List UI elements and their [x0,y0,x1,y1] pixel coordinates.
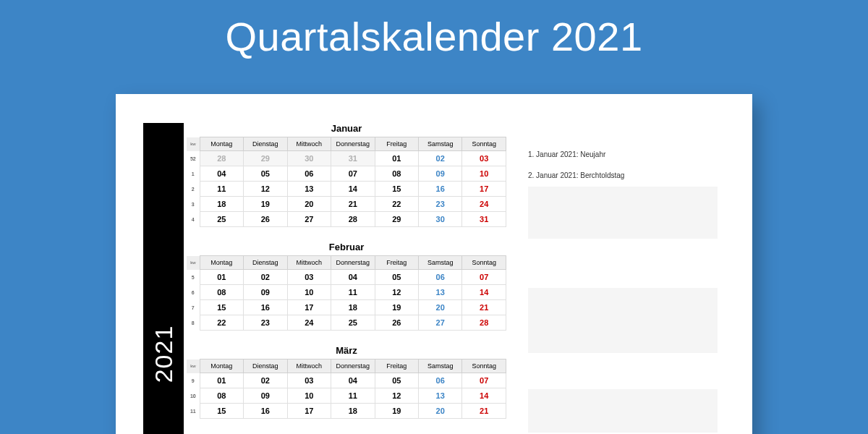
day-cell: 07 [331,166,375,182]
table-row: 318192021222324 [187,197,506,212]
day-cell: 15 [200,404,243,419]
calendar-paper: 2021 JanuarkwMontagDienstagMittwochDonne… [116,94,752,434]
day-cell: 25 [331,315,375,331]
day-cell: 03 [287,373,331,388]
week-number: 3 [187,197,200,212]
day-cell: 08 [200,388,243,404]
week-number: 8 [187,315,200,331]
day-cell: 06 [418,373,461,388]
day-cell: 31 [331,151,375,166]
kw-header: kw [187,256,200,270]
weekday-header: Donnerstag [331,137,375,151]
table-row: 425262728293031 [187,212,506,227]
weekday-header: Dienstag [244,256,287,270]
day-cell: 03 [287,270,331,285]
day-cell: 17 [462,182,506,197]
month-title: Januar [187,123,506,134]
day-cell: 05 [244,166,287,182]
day-cell: 13 [418,388,461,404]
day-cell: 24 [462,197,506,212]
day-cell: 28 [331,212,375,227]
day-cell: 31 [462,212,506,227]
month-title: Februar [187,242,506,252]
table-row: 1008091011121314 [187,388,506,404]
day-cell: 22 [375,197,418,212]
day-cell: 06 [287,166,331,182]
months-column: JanuarkwMontagDienstagMittwochDonnerstag… [184,123,506,434]
weekday-header: Donnerstag [331,256,375,270]
weekday-header: Mittwoch [287,256,331,270]
table-row: 1115161718192021 [187,404,506,419]
day-cell: 14 [462,285,506,300]
day-cell: 26 [244,212,287,227]
day-cell: 12 [375,388,418,404]
table-row: 608091011121314 [187,285,506,300]
weekday-header: Montag [200,359,243,373]
day-cell: 09 [418,166,461,182]
month-block: JanuarkwMontagDienstagMittwochDonnerstag… [187,123,506,227]
table-row: 501020304050607 [187,270,506,285]
note-box [528,187,718,239]
day-cell: 18 [331,404,375,419]
day-cell: 11 [331,388,375,404]
year-strip: 2021 [143,123,184,434]
calendar-table: kwMontagDienstagMittwochDonnerstagFreita… [187,137,506,227]
day-cell: 02 [244,270,287,285]
day-cell: 19 [375,404,418,419]
day-cell: 10 [462,166,506,182]
week-number: 52 [187,151,200,166]
day-cell: 20 [418,404,461,419]
calendar-table: kwMontagDienstagMittwochDonnerstagFreita… [187,255,506,331]
day-cell: 18 [200,197,243,212]
day-cell: 13 [287,182,331,197]
weekday-header: Mittwoch [287,137,331,151]
day-cell: 12 [244,182,287,197]
note-box [528,288,718,353]
page-title: Quartalskalender 2021 [0,0,868,60]
month-block: FebruarkwMontagDienstagMittwochDonnersta… [187,242,506,331]
weekday-header: Dienstag [244,359,287,373]
day-cell: 04 [200,166,243,182]
table-row: 104050607080910 [187,166,506,182]
table-row: 211121314151617 [187,182,506,197]
weekday-header: Donnerstag [331,359,375,373]
day-cell: 12 [375,285,418,300]
week-number: 11 [187,404,200,419]
day-cell: 16 [244,300,287,315]
day-cell: 13 [418,285,461,300]
day-cell: 08 [375,166,418,182]
day-cell: 17 [287,404,331,419]
weekday-header: Samstag [418,359,461,373]
day-cell: 23 [244,315,287,331]
day-cell: 25 [200,212,243,227]
kw-header: kw [187,137,200,151]
weekday-header: Sonntag [462,256,506,270]
day-cell: 08 [200,285,243,300]
weekday-header: Freitag [375,137,418,151]
week-number: 6 [187,285,200,300]
calendar-table: kwMontagDienstagMittwochDonnerstagFreita… [187,359,506,419]
table-row: 822232425262728 [187,315,506,331]
day-cell: 21 [462,404,506,419]
table-row: 5228293031010203 [187,151,506,166]
day-cell: 21 [331,197,375,212]
day-cell: 30 [287,151,331,166]
week-number: 9 [187,373,200,388]
day-cell: 20 [287,197,331,212]
day-cell: 19 [244,197,287,212]
day-cell: 28 [200,151,243,166]
notes-column: 1. Januar 2021: Neujahr 2. Januar 2021: … [506,123,725,434]
month-title: März [187,345,506,356]
day-cell: 10 [287,388,331,404]
day-cell: 09 [244,388,287,404]
week-number: 4 [187,212,200,227]
week-number: 7 [187,300,200,315]
day-cell: 15 [375,182,418,197]
month-block: MärzkwMontagDienstagMittwochDonnerstagFr… [187,345,506,419]
day-cell: 02 [418,151,461,166]
weekday-header: Dienstag [244,137,287,151]
day-cell: 26 [375,315,418,331]
weekday-header: Freitag [375,256,418,270]
day-cell: 16 [244,404,287,419]
day-cell: 05 [375,373,418,388]
